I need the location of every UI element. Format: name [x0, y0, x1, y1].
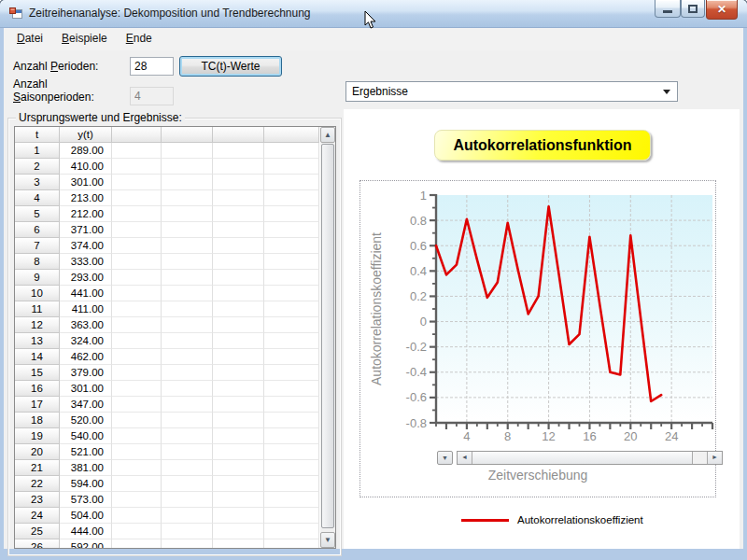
data-cell[interactable]: 212.00 — [60, 206, 112, 222]
data-cell[interactable]: 592.00 — [60, 539, 112, 549]
grid-scroll-down-button[interactable]: ▼ — [320, 532, 335, 548]
data-cell[interactable]: 379.00 — [60, 365, 112, 381]
data-cell[interactable]: 441.00 — [60, 286, 112, 301]
data-cell[interactable] — [213, 206, 264, 222]
data-cell[interactable] — [112, 286, 162, 301]
data-cell[interactable]: 289.00 — [60, 143, 112, 159]
data-cell[interactable] — [213, 254, 264, 270]
row-header-cell[interactable]: 18 — [15, 413, 60, 428]
data-cell[interactable] — [162, 301, 213, 317]
data-cell[interactable] — [112, 190, 162, 206]
row-header-cell[interactable]: 3 — [15, 175, 60, 190]
data-cell[interactable] — [213, 143, 264, 159]
data-cell[interactable] — [112, 301, 162, 317]
data-cell[interactable] — [264, 190, 319, 206]
data-cell[interactable]: 293.00 — [60, 270, 112, 286]
row-header-cell[interactable]: 7 — [15, 238, 60, 254]
data-cell[interactable] — [264, 301, 319, 317]
column-header[interactable] — [213, 127, 264, 143]
data-cell[interactable] — [213, 175, 264, 190]
menu-item-ende[interactable]: Ende — [117, 28, 162, 50]
data-cell[interactable] — [162, 413, 213, 428]
row-header-cell[interactable]: 17 — [15, 397, 60, 413]
data-cell[interactable] — [112, 397, 162, 413]
row-header-cell[interactable]: 23 — [15, 492, 60, 508]
data-cell[interactable] — [162, 492, 213, 508]
data-cell[interactable] — [213, 301, 264, 317]
chart-pan-drop-button[interactable]: ▼ — [437, 451, 453, 465]
data-cell[interactable] — [264, 460, 319, 476]
data-cell[interactable] — [112, 524, 162, 539]
data-cell[interactable]: 410.00 — [60, 159, 112, 175]
row-header-cell[interactable]: 20 — [15, 444, 60, 460]
data-cell[interactable] — [112, 349, 162, 365]
data-cell[interactable] — [264, 365, 319, 381]
data-cell[interactable] — [112, 428, 162, 444]
data-cell[interactable] — [213, 333, 264, 349]
data-cell[interactable] — [213, 492, 264, 508]
data-cell[interactable] — [162, 397, 213, 413]
row-header-cell[interactable]: 4 — [15, 190, 60, 206]
data-cell[interactable] — [162, 317, 213, 333]
column-header[interactable] — [112, 127, 162, 143]
data-cell[interactable] — [112, 539, 162, 549]
data-cell[interactable] — [213, 317, 264, 333]
data-cell[interactable]: 374.00 — [60, 238, 112, 254]
row-header-cell[interactable]: 24 — [15, 508, 60, 524]
row-header-cell[interactable]: 22 — [15, 476, 60, 492]
row-header-cell[interactable]: 12 — [15, 317, 60, 333]
data-cell[interactable] — [213, 190, 264, 206]
data-cell[interactable] — [264, 428, 319, 444]
data-cell[interactable] — [112, 175, 162, 190]
data-cell[interactable] — [264, 524, 319, 539]
data-cell[interactable] — [213, 349, 264, 365]
pan-thumb[interactable] — [472, 452, 693, 464]
data-cell[interactable] — [162, 190, 213, 206]
row-header-cell[interactable]: 1 — [15, 143, 60, 159]
data-cell[interactable] — [264, 349, 319, 365]
data-cell[interactable]: 371.00 — [60, 222, 112, 238]
data-cell[interactable]: 347.00 — [60, 397, 112, 413]
data-cell[interactable] — [112, 508, 162, 524]
data-cell[interactable]: 301.00 — [60, 381, 112, 397]
row-header-cell[interactable]: 6 — [15, 222, 60, 238]
grid-scroll-up-button[interactable]: ▲ — [320, 127, 335, 143]
data-cell[interactable]: 521.00 — [60, 444, 112, 460]
data-cell[interactable] — [264, 222, 319, 238]
menu-item-beispiele[interactable]: Beispiele — [52, 28, 117, 50]
chart-pan-scrollbar[interactable]: ◄ ► — [457, 451, 723, 465]
data-cell[interactable] — [264, 381, 319, 397]
data-cell[interactable] — [213, 444, 264, 460]
data-cell[interactable] — [264, 175, 319, 190]
data-cell[interactable] — [213, 286, 264, 301]
close-button[interactable]: ✕ — [706, 0, 738, 20]
menu-item-datei[interactable]: Datei — [7, 28, 52, 50]
pan-right-button[interactable]: ► — [707, 452, 722, 464]
data-cell[interactable] — [264, 397, 319, 413]
row-header-cell[interactable]: 11 — [15, 301, 60, 317]
data-cell[interactable] — [112, 444, 162, 460]
data-cell[interactable] — [162, 508, 213, 524]
row-header-cell[interactable]: 21 — [15, 460, 60, 476]
data-cell[interactable] — [112, 476, 162, 492]
maximize-button[interactable] — [681, 0, 705, 18]
data-cell[interactable]: 411.00 — [60, 301, 112, 317]
data-cell[interactable] — [162, 476, 213, 492]
data-cell[interactable] — [264, 159, 319, 175]
data-cell[interactable] — [213, 381, 264, 397]
minimize-button[interactable] — [655, 0, 681, 18]
data-cell[interactable] — [264, 143, 319, 159]
data-cell[interactable] — [112, 413, 162, 428]
row-header-cell[interactable]: 14 — [15, 349, 60, 365]
data-cell[interactable]: 301.00 — [60, 175, 112, 190]
data-cell[interactable] — [213, 460, 264, 476]
data-cell[interactable] — [264, 286, 319, 301]
data-cell[interactable] — [162, 270, 213, 286]
data-cell[interactable] — [213, 476, 264, 492]
data-cell[interactable] — [162, 349, 213, 365]
data-cell[interactable] — [162, 254, 213, 270]
data-cell[interactable] — [213, 397, 264, 413]
row-header-cell[interactable]: 26 — [15, 539, 60, 549]
data-cell[interactable] — [112, 317, 162, 333]
data-cell[interactable] — [162, 539, 213, 549]
